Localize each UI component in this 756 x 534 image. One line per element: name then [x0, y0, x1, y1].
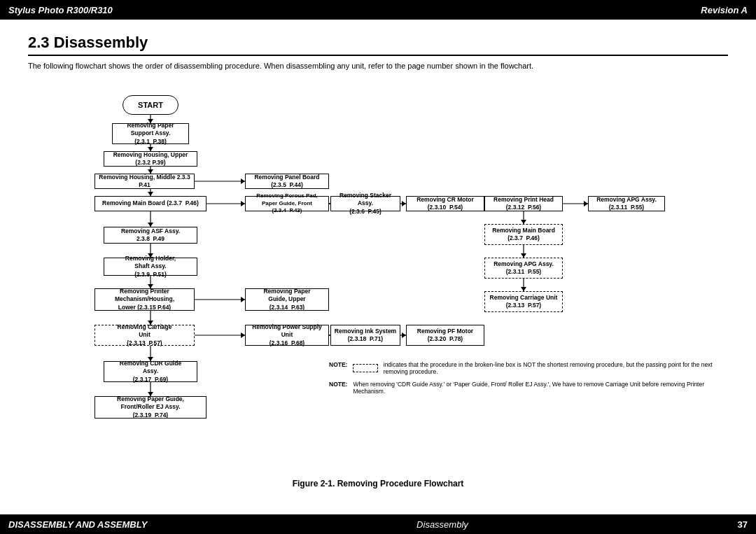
box-printer-mech: Removing PrinterMechanism/Housing,Lower … — [94, 288, 195, 311]
box-apg-right: Removing APG Assy.(2.3.11 P.55) — [588, 196, 665, 211]
box-panel-board: Removing Panel Board (2.3.5 P.44) — [245, 174, 329, 189]
footer-center: Disassembly — [416, 519, 468, 530]
box-cdr-guide: Removing CDR GuideAssy.(2.3.17 P.69) — [104, 361, 197, 382]
start-box: START — [122, 95, 178, 115]
box-ink-system: Removing Ink System(2.3.18 P.71) — [330, 325, 400, 346]
box-main-board-left: Removing Main Board (2.3.7 P.46) — [94, 196, 206, 211]
section-title: 2.3 Disassembly — [28, 34, 728, 56]
note-area: NOTE: indicates that the procedure in th… — [329, 361, 721, 395]
box-stacker: Removing Stacker Assy.(2.3.6 P.45) — [330, 196, 400, 211]
box-housing-middle: Removing Housing, Middle 2.3.3 P.41 — [94, 174, 195, 189]
figure-caption: Figure 2-1. Removing Procedure Flowchart — [28, 479, 728, 489]
header-revision: Revision A — [701, 5, 748, 15]
box-main-board-dashed: Removing Main Board(2.3.7 P.46) — [484, 224, 563, 245]
box-holder-shaft: Removing Holder,Shaft Assy.(2.3.9 P.51) — [104, 258, 197, 276]
main-content: 2.3 Disassembly The following flowchart … — [0, 20, 756, 507]
intro-text: The following flowchart shows the order … — [28, 62, 728, 70]
box-carriage-left-dashed: Removing CarriageUnit(2.3.13 P.57) — [94, 325, 195, 346]
box-paper-guide-upper: Removing PaperGuide, Upper(2.3.14 P.63) — [245, 288, 329, 311]
page-footer: DISASSEMBLY AND ASSEMBLY Disassembly 37 — [0, 514, 756, 534]
box-cr-motor: Removing CR Motor(2.3.10 P.54) — [406, 196, 484, 211]
footer-right: 37 — [738, 519, 748, 530]
box-asf: Removing ASF Assy.2.3.8 P.49 — [104, 227, 197, 244]
box-carriage-dashed: Removing Carriage Unit(2.3.13 P.57) — [484, 291, 563, 312]
box-print-head: Removing Print Head(2.3.12 P.56) — [484, 196, 563, 211]
flowchart: START Removing PaperSupport Assy.(2.3.1 … — [28, 81, 728, 473]
box-housing-upper: Removing Housing, Upper (2.3.2 P.39) — [104, 151, 197, 167]
header-title: Stylus Photo R300/R310 — [8, 5, 113, 15]
box-pf-motor: Removing PF Motor(2.3.20 P.78) — [406, 325, 484, 346]
box-porous-pad: Removing Porous Pad,Paper Guide, Front(2… — [245, 196, 329, 211]
footer-left: DISASSEMBLY AND ASSEMBLY — [8, 519, 147, 530]
box-paper-support: Removing PaperSupport Assy.(2.3.1 P.38) — [112, 123, 189, 144]
box-paper-guide-front: Removing Paper Guide,Front/Roller EJ Ass… — [94, 396, 206, 419]
box-power-supply: Removing Power SupplyUnit(2.3.16 P.68) — [245, 325, 329, 346]
page-header: Stylus Photo R300/R310 Revision A — [0, 0, 756, 20]
box-apg-dashed: Removing APG Assy.(2.3.11 P.55) — [484, 258, 563, 279]
